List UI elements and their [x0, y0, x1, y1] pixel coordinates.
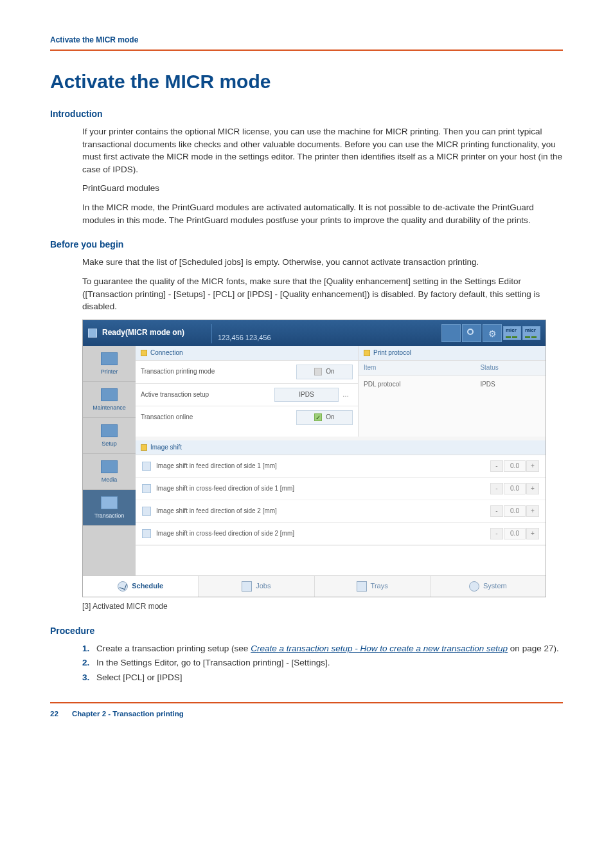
shift-value[interactable]: 0.0 — [504, 528, 526, 539]
before-block: Make sure that the list of [Scheduled jo… — [82, 256, 563, 612]
tab-label: Jobs — [256, 581, 271, 592]
tab-trays[interactable]: Trays — [315, 576, 431, 597]
tab-schedule[interactable]: Schedule — [83, 576, 199, 597]
tab-label: Trays — [371, 581, 388, 592]
intro-block: If your printer contains the optional MI… — [82, 125, 563, 226]
sidebar-item-setup[interactable]: Setup — [83, 418, 136, 454]
maintenance-icon — [101, 388, 118, 401]
app-icon — [88, 329, 97, 338]
settings-icon[interactable] — [483, 324, 502, 342]
shift-row: Image shift in feed direction of side 2 … — [136, 500, 546, 523]
tpm-toggle[interactable]: On — [296, 365, 353, 379]
setting-label: Transaction online — [141, 413, 296, 422]
tab-jobs[interactable]: Jobs — [199, 576, 314, 597]
panel-title: Connection — [150, 348, 183, 358]
zoom-icon[interactable] — [462, 324, 481, 342]
before-p2: To guarantee the quality of the MICR fon… — [82, 275, 563, 313]
plus-button[interactable]: + — [526, 505, 539, 517]
shift-control: - 0.0 + — [490, 505, 539, 517]
table-row: PDL protocol IPDS — [359, 375, 546, 393]
app-window: Ready(MICR mode on) 123,456 123,456 micr — [82, 320, 546, 598]
ats-select[interactable]: IPDS — [274, 388, 339, 402]
cell-item: PDL protocol — [359, 375, 475, 393]
sidebar-label: Transaction — [83, 512, 136, 520]
setup-icon — [101, 424, 118, 437]
sidebar-label: Media — [83, 476, 136, 484]
tol-toggle[interactable]: On — [296, 410, 353, 425]
toggle-value: On — [326, 367, 334, 377]
shift-row: Image shift in cross-feed direction of s… — [136, 478, 546, 500]
setting-ats: Active transaction setup IPDS … — [136, 384, 358, 407]
page-counter: 123,456 123,456 — [218, 333, 271, 343]
list-item: 3. Select [PCL] or [IPDS] — [82, 671, 563, 684]
plus-button[interactable]: + — [526, 460, 539, 472]
figure-wrap: Ready(MICR mode on) 123,456 123,456 micr — [82, 320, 563, 613]
image-shift-panel: Image shift Image shift in feed directio… — [136, 440, 546, 576]
setting-tpm: Transaction printing mode On — [136, 361, 358, 384]
printer-status-icon[interactable] — [441, 324, 461, 342]
minus-button[interactable]: - — [490, 460, 503, 472]
titlebar-right: micr micr — [441, 324, 540, 342]
sidebar-label: Setup — [83, 440, 136, 448]
select-value: IPDS — [299, 390, 314, 400]
figure-caption: [3] Activated MICR mode — [82, 601, 563, 612]
running-header: Activate the MICR mode — [50, 35, 563, 46]
step-number: 2. — [82, 656, 89, 669]
cell-status: IPDS — [475, 375, 546, 393]
sidebar-item-transaction[interactable]: Transaction — [83, 490, 136, 526]
intro-p2: PrintGuard modules — [82, 182, 563, 195]
sidebar-label: Maintenance — [83, 404, 136, 412]
sidebar-item-maintenance[interactable]: Maintenance — [83, 382, 136, 418]
sidebar-item-printer[interactable]: Printer — [83, 346, 136, 382]
shift-control: - 0.0 + — [490, 483, 539, 494]
minus-button[interactable]: - — [490, 505, 503, 517]
minus-button[interactable]: - — [490, 528, 503, 539]
procedure-block: 1. Create a transaction printing setup (… — [82, 642, 563, 684]
gear-icon — [469, 581, 479, 592]
micr-label: micr — [506, 328, 519, 333]
plus-button[interactable]: + — [526, 483, 539, 494]
panel-header-connection[interactable]: Connection — [136, 346, 358, 361]
panel-header-shift[interactable]: Image shift — [136, 440, 546, 456]
shift-icon — [142, 462, 151, 471]
pencil-icon — [141, 444, 147, 451]
sidebar-item-media[interactable]: Media — [83, 454, 136, 490]
step-number: 1. — [82, 642, 89, 655]
setting-label: Active transaction setup — [141, 390, 274, 400]
micr-badge-2: micr — [522, 326, 540, 340]
main-area: Connection Transaction printing mode On … — [136, 346, 546, 576]
section-procedure-heading: Procedure — [50, 624, 563, 637]
app-footer: Schedule Jobs Trays System — [83, 575, 546, 597]
step-text: In the Settings Editor, go to [Transacti… — [96, 658, 330, 667]
shift-label: Image shift in feed direction of side 1 … — [156, 462, 485, 471]
section-intro-heading: Introduction — [50, 107, 563, 120]
connection-row: Connection Transaction printing mode On … — [136, 346, 546, 437]
transaction-icon — [101, 496, 118, 509]
shift-value[interactable]: 0.0 — [504, 505, 526, 517]
shift-value[interactable]: 0.0 — [504, 460, 526, 472]
printer-icon — [101, 352, 118, 365]
step-number: 3. — [82, 671, 89, 684]
step-text-b: on page 27). — [508, 644, 559, 653]
app-titlebar: Ready(MICR mode on) 123,456 123,456 micr — [83, 320, 546, 346]
tab-label: System — [483, 581, 507, 592]
shift-value[interactable]: 0.0 — [504, 483, 526, 494]
clock-icon — [118, 581, 128, 592]
chapter-label: Chapter 2 - Transaction printing — [72, 710, 184, 718]
intro-p1: If your printer contains the optional MI… — [82, 125, 563, 176]
shift-icon — [142, 484, 151, 493]
panel-header-protocol[interactable]: Print protocol — [359, 346, 546, 361]
plus-button[interactable]: + — [526, 528, 539, 539]
header-rule — [50, 50, 563, 51]
protocol-table: Item Status PDL protocol IPDS — [359, 361, 546, 393]
tab-system[interactable]: System — [431, 576, 546, 597]
xref-link[interactable]: Create a transaction setup - How to crea… — [251, 644, 508, 653]
step-text-a: Create a transaction printing setup (see — [96, 644, 251, 653]
titlebar-left: Ready(MICR mode on) — [88, 327, 184, 338]
more-icon[interactable]: … — [339, 390, 353, 400]
sidebar-label: Printer — [83, 368, 136, 376]
protocol-panel: Print protocol Item Status PDL protocol — [359, 346, 546, 437]
minus-button[interactable]: - — [490, 483, 503, 494]
shift-icon — [142, 507, 151, 516]
shift-label: Image shift in cross-feed direction of s… — [156, 484, 485, 494]
